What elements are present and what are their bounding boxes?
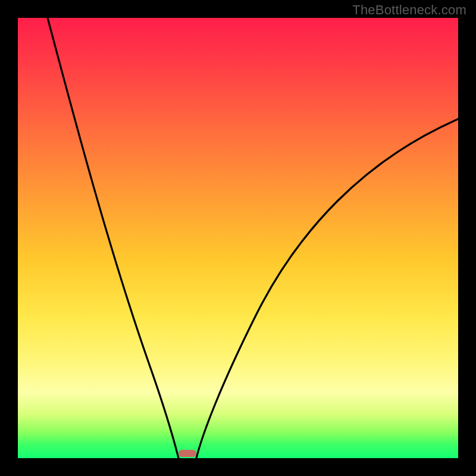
bottom-marker <box>178 450 196 457</box>
curve-right-branch <box>196 119 458 458</box>
plot-area <box>18 18 458 458</box>
bottleneck-curve <box>18 18 458 458</box>
watermark-text: TheBottleneck.com <box>352 2 466 18</box>
curve-left-branch <box>48 18 178 458</box>
outer-frame: TheBottleneck.com <box>0 0 476 476</box>
